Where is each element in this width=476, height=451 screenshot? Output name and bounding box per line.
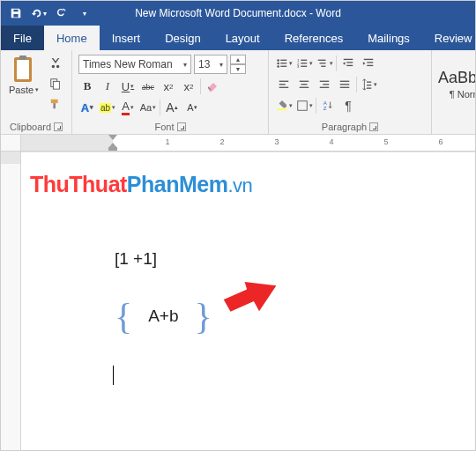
bullets-icon: [276, 57, 288, 70]
svg-rect-21: [346, 62, 353, 63]
font-dialog-launcher[interactable]: [177, 122, 186, 131]
tab-mailings[interactable]: Mailings: [355, 26, 422, 50]
svg-rect-22: [346, 65, 353, 66]
strikethrough-button[interactable]: abc: [139, 78, 157, 95]
tab-design[interactable]: Design: [152, 26, 212, 50]
chevron-down-icon[interactable]: ▾: [183, 61, 187, 69]
bullets-button[interactable]: ▾: [275, 55, 293, 72]
line-spacing-icon: [361, 78, 373, 91]
font-size-value: 13: [198, 58, 210, 70]
tab-references[interactable]: References: [272, 26, 355, 50]
cut-button[interactable]: [46, 55, 65, 72]
grow-font-button[interactable]: ▲: [230, 55, 246, 64]
svg-rect-42: [297, 101, 307, 111]
svg-text:3: 3: [296, 64, 299, 69]
clipboard-dialog-launcher[interactable]: [54, 122, 63, 131]
copy-button[interactable]: [46, 75, 65, 92]
group-paragraph: ▾ 123▾ ▾ ▾ ▾ ▾ AZ ¶: [269, 50, 432, 134]
text-effects-button[interactable]: A▾: [78, 99, 96, 116]
numbering-icon: 123: [296, 57, 309, 70]
tab-review[interactable]: Review: [422, 26, 476, 50]
tab-insert[interactable]: Insert: [100, 26, 153, 50]
svg-rect-24: [367, 62, 373, 63]
style-normal[interactable]: AaBbCcl ¶ Normal: [438, 55, 476, 113]
shrink-font-button[interactable]: ▼: [230, 64, 246, 74]
save-button[interactable]: [6, 4, 26, 23]
svg-rect-41: [277, 109, 286, 111]
italic-button[interactable]: I: [99, 78, 116, 95]
qat-customize-button[interactable]: ▾: [75, 4, 94, 23]
text-line-1[interactable]: [1 +1]: [115, 249, 212, 269]
group-styles: AaBbCcl ¶ Normal: [432, 50, 476, 134]
underline-button[interactable]: U▾: [119, 78, 137, 95]
justify-icon: [338, 78, 351, 91]
font-name-combo[interactable]: Times New Roman ▾: [78, 55, 191, 74]
svg-rect-28: [279, 87, 289, 88]
chevron-down-icon[interactable]: ▾: [219, 61, 223, 69]
svg-rect-4: [53, 81, 59, 89]
document-page[interactable]: ThuThuatPhanMem.vn [1 +1] { A+b }: [21, 152, 475, 451]
borders-button[interactable]: ▾: [295, 97, 313, 115]
line-spacing-button[interactable]: ▾: [360, 76, 377, 93]
numbering-button[interactable]: 123▾: [295, 55, 313, 72]
brace-content[interactable]: A+b: [132, 307, 194, 326]
subscript-button[interactable]: x2: [160, 78, 177, 95]
change-case-button[interactable]: Aa▾: [139, 99, 157, 116]
tab-layout[interactable]: Layout: [213, 26, 272, 50]
tab-home[interactable]: Home: [44, 26, 100, 50]
highlight-button[interactable]: ab▾: [99, 99, 116, 116]
clear-formatting-button[interactable]: [204, 78, 221, 95]
multilevel-list-button[interactable]: ▾: [316, 55, 333, 72]
undo-icon: [31, 7, 43, 19]
shrink-font-button-2[interactable]: A▾: [183, 99, 201, 116]
svg-rect-34: [320, 87, 330, 88]
font-name-value: Times New Roman: [83, 58, 173, 70]
svg-rect-10: [280, 66, 286, 67]
shading-button[interactable]: ▾: [275, 97, 293, 115]
ruler-mark: 6: [438, 137, 443, 146]
svg-point-7: [277, 63, 279, 65]
text-cursor: [113, 366, 114, 385]
svg-rect-1: [17, 60, 29, 79]
svg-rect-6: [280, 60, 286, 61]
tab-file[interactable]: File: [1, 26, 44, 50]
group-clipboard: Paste▾ Clipboard: [1, 50, 72, 134]
ruler-mark: 1: [165, 137, 169, 146]
decrease-indent-icon: [342, 57, 354, 70]
hanging-indent-marker[interactable]: [108, 143, 117, 151]
ruler-mark: 4: [329, 137, 333, 146]
brace-expression[interactable]: { A+b }: [115, 295, 212, 337]
align-left-button[interactable]: [275, 76, 293, 93]
bold-button[interactable]: B: [78, 78, 96, 95]
justify-button[interactable]: [336, 76, 353, 93]
sort-icon: AZ: [322, 100, 334, 112]
vertical-ruler[interactable]: [1, 152, 21, 451]
grow-font-button-2[interactable]: A▴: [163, 99, 181, 116]
ribbon: Paste▾ Clipboard Times New Roman: [1, 50, 475, 135]
redo-button[interactable]: [52, 4, 71, 23]
document-content[interactable]: [1 +1] { A+b }: [115, 249, 212, 337]
font-size-combo[interactable]: 13 ▾: [194, 55, 227, 74]
watermark: ThuThuatPhanMem.vn: [30, 172, 252, 197]
superscript-button[interactable]: x2: [180, 78, 197, 95]
format-painter-button[interactable]: [46, 95, 65, 113]
show-marks-button[interactable]: ¶: [339, 97, 357, 115]
svg-rect-20: [344, 59, 353, 60]
paste-button[interactable]: Paste▾: [7, 55, 41, 95]
undo-button[interactable]: ▾: [29, 4, 48, 23]
font-color-button[interactable]: A▾: [119, 99, 137, 116]
svg-rect-25: [367, 65, 373, 66]
first-line-indent-marker[interactable]: [108, 135, 117, 140]
paragraph-dialog-launcher[interactable]: [369, 122, 378, 131]
svg-rect-12: [301, 60, 307, 61]
sort-button[interactable]: AZ: [319, 97, 337, 115]
horizontal-ruler[interactable]: 1 2 3 4 5 6: [21, 135, 475, 151]
align-right-button[interactable]: [316, 76, 333, 93]
align-center-button[interactable]: [295, 76, 313, 93]
align-left-icon: [278, 78, 290, 91]
svg-rect-36: [340, 84, 350, 85]
paste-icon: [11, 55, 36, 85]
decrease-indent-button[interactable]: [339, 55, 357, 72]
arrow-icon: [219, 275, 279, 322]
increase-indent-button[interactable]: [360, 55, 377, 72]
